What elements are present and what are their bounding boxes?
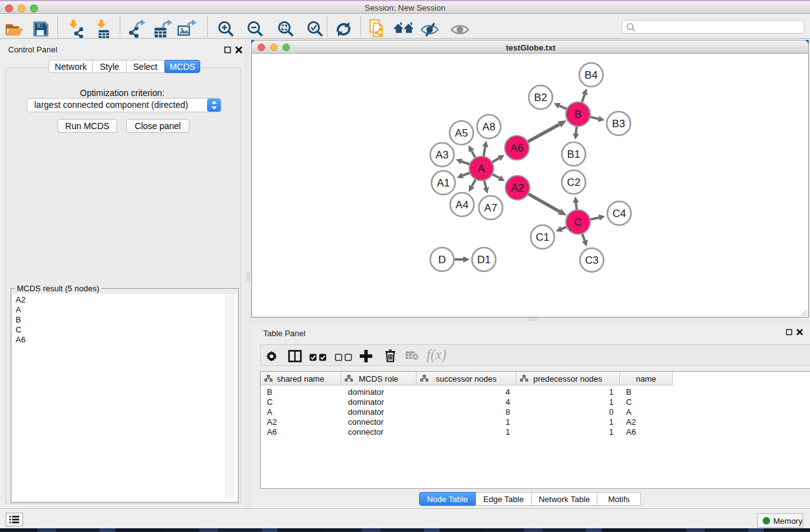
svg-text:C2: C2 bbox=[567, 177, 581, 188]
svg-text:A4: A4 bbox=[456, 199, 469, 211]
svg-text:B4: B4 bbox=[585, 69, 598, 81]
svg-text:A7: A7 bbox=[485, 202, 498, 214]
svg-text:C: C bbox=[574, 216, 582, 228]
svg-text:C4: C4 bbox=[612, 208, 626, 220]
svg-text:A6: A6 bbox=[511, 142, 524, 154]
svg-text:A3: A3 bbox=[436, 149, 449, 161]
svg-text:D1: D1 bbox=[477, 254, 491, 266]
svg-text:B3: B3 bbox=[612, 118, 625, 130]
svg-text:A: A bbox=[478, 163, 485, 175]
svg-text:B: B bbox=[574, 109, 581, 120]
svg-text:B1: B1 bbox=[567, 148, 581, 160]
svg-text:B2: B2 bbox=[534, 92, 547, 104]
svg-text:A1: A1 bbox=[437, 177, 450, 189]
svg-text:A5: A5 bbox=[455, 127, 468, 139]
svg-text:D: D bbox=[438, 254, 446, 266]
svg-text:A8: A8 bbox=[483, 121, 496, 133]
svg-text:A2: A2 bbox=[511, 182, 524, 194]
svg-text:C3: C3 bbox=[585, 254, 599, 266]
svg-text:C1: C1 bbox=[536, 231, 549, 243]
